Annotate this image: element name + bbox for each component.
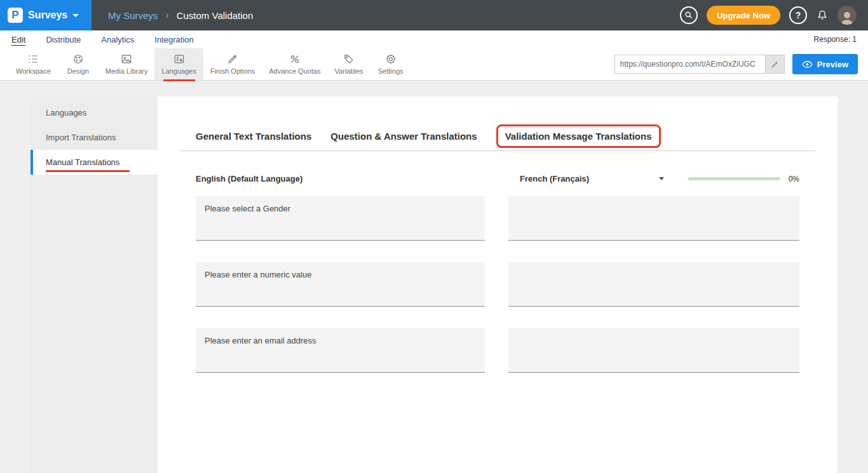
survey-url-box (614, 55, 785, 74)
target-language-select[interactable]: French (Français) (508, 174, 664, 183)
source-text-2: Please enter an email address (196, 328, 485, 373)
translation-row: Please select a Gender (196, 196, 799, 241)
workspace-icon (26, 53, 40, 65)
settings-icon (384, 53, 398, 65)
target-language-cell: French (Français) 0% (508, 174, 799, 183)
design-icon (71, 53, 85, 65)
translation-row: Please enter an email address (196, 328, 799, 373)
breadcrumb-my-surveys[interactable]: My Surveys (108, 10, 158, 21)
translation-input-1[interactable] (508, 262, 799, 307)
tabs-divider (180, 150, 815, 151)
source-text-1: Please enter a numeric value (196, 262, 485, 307)
person-icon (839, 10, 855, 25)
breadcrumb-separator: › (165, 10, 168, 21)
survey-url-input[interactable] (615, 55, 765, 73)
edit-toolbar: Workspace Design Media Library Languages… (0, 48, 868, 81)
survey-nav-tabs: Edit Distribute Analytics Integration Re… (0, 30, 868, 48)
translation-tabs: General Text Translations Question & Ans… (196, 124, 799, 148)
preview-button[interactable]: Preview (792, 54, 858, 74)
tab-general-text-translations[interactable]: General Text Translations (196, 131, 311, 142)
pencil-icon (771, 60, 779, 69)
question-mark-icon: ? (796, 10, 801, 20)
media-library-icon (119, 53, 133, 65)
toolbar-right-controls: Preview (614, 48, 868, 80)
toolbar-item-advance-quotas[interactable]: Advance Quotas (262, 48, 327, 80)
toolbar-item-media-library[interactable]: Media Library (98, 48, 155, 80)
source-text-0: Please select a Gender (196, 196, 485, 241)
tab-analytics[interactable]: Analytics (101, 35, 134, 44)
toolbar-item-settings[interactable]: Settings (370, 48, 411, 80)
sidebar-item-languages[interactable]: Languages (31, 100, 158, 125)
response-count: Response: 1 (814, 35, 857, 44)
translation-progress-bar (688, 177, 780, 180)
annotation-underline (163, 79, 195, 81)
languages-sidebar: Languages Import Translations Manual Tra… (31, 97, 158, 473)
eye-icon (802, 60, 813, 69)
bell-icon (816, 9, 829, 22)
breadcrumb: My Surveys › Custom Validation (108, 10, 253, 21)
notifications-button[interactable] (816, 9, 829, 22)
sidebar-item-manual-translations[interactable]: Manual Translations (31, 150, 158, 175)
top-header: P Surveys My Surveys › Custom Validation… (0, 0, 868, 30)
upgrade-now-button[interactable]: Upgrade Now (707, 6, 780, 25)
languages-icon (172, 53, 186, 65)
sidebar-item-import-translations[interactable]: Import Translations (31, 125, 158, 150)
tab-integration[interactable]: Integration (154, 35, 193, 44)
surveys-app-menu[interactable]: P Surveys (0, 0, 92, 30)
chevron-down-icon (659, 177, 664, 180)
search-button[interactable] (680, 6, 698, 24)
source-language-label: English (Default Language) (196, 174, 485, 183)
toolbar-item-languages[interactable]: Languages (154, 48, 203, 80)
avatar[interactable] (837, 6, 857, 25)
edit-url-button[interactable] (765, 55, 784, 73)
toolbar-item-design[interactable]: Design (58, 48, 98, 80)
search-icon (684, 11, 693, 20)
tab-validation-message-translations[interactable]: Validation Message Translations (496, 124, 661, 148)
languages-panel: Languages Import Translations Manual Tra… (31, 97, 837, 473)
header-actions: Upgrade Now ? (680, 6, 868, 25)
toolbar-item-variables[interactable]: Variables (328, 48, 370, 80)
content-area: Languages Import Translations Manual Tra… (0, 81, 868, 473)
target-language-label: French (Français) (520, 174, 589, 183)
advance-quotas-icon (288, 53, 302, 65)
help-button[interactable]: ? (789, 6, 807, 24)
language-header-row: English (Default Language) French (Franç… (196, 174, 799, 183)
questionpro-logo-icon: P (8, 8, 23, 23)
translation-input-0[interactable] (508, 196, 799, 241)
tab-question-answer-translations[interactable]: Question & Answer Translations (330, 131, 477, 142)
tab-distribute[interactable]: Distribute (46, 35, 81, 44)
translation-row: Please enter a numeric value (196, 262, 799, 307)
annotation-underline (46, 170, 130, 172)
translation-input-2[interactable] (508, 328, 799, 373)
app-root: P Surveys My Surveys › Custom Validation… (0, 0, 868, 473)
variables-icon (342, 53, 356, 65)
breadcrumb-current: Custom Validation (177, 10, 254, 21)
chevron-down-icon (72, 14, 79, 17)
manual-translations-main: General Text Translations Question & Ans… (158, 97, 837, 473)
toolbar-item-workspace[interactable]: Workspace (9, 48, 58, 80)
translation-progress-percent: 0% (789, 175, 799, 183)
finish-options-icon (226, 53, 240, 65)
toolbar-item-finish-options[interactable]: Finish Options (203, 48, 262, 80)
tab-edit[interactable]: Edit (11, 35, 25, 44)
product-name: Surveys (28, 10, 67, 21)
